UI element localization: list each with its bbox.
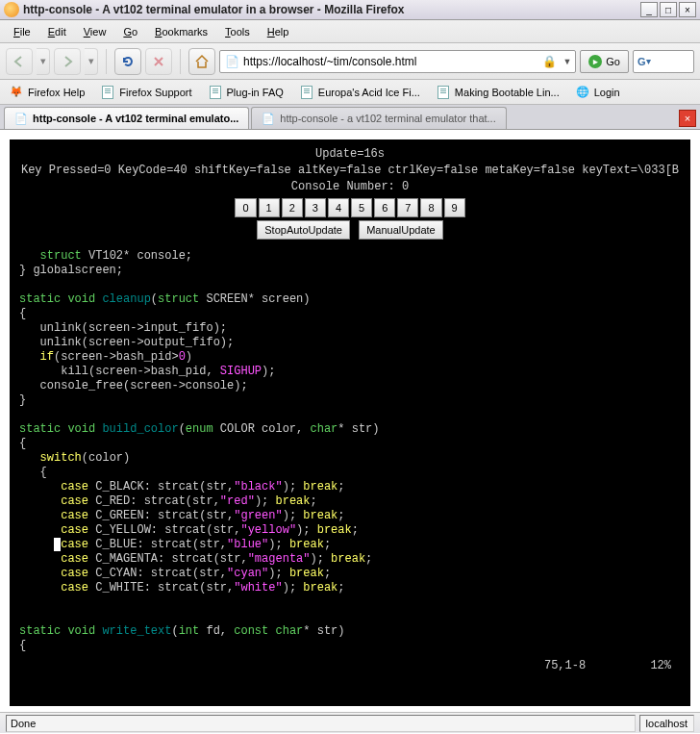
menu-go[interactable]: Go [115,23,145,40]
vim-status-line: 75,1-8 12% [19,653,681,673]
page-favicon: 📄 [224,54,239,69]
back-history-dropdown[interactable]: ▾ [37,48,50,75]
bookmark-firefox-help[interactable]: 🦊Firefox Help [6,83,88,102]
menu-help[interactable]: Help [260,23,297,40]
console-btn-7[interactable]: 7 [397,198,418,217]
status-message: Done [6,715,636,732]
tab-2[interactable]: 📄 http-console - a vt102 terminal emulat… [251,107,506,129]
firefox-icon: 🦊 [9,85,24,100]
bookmark-europa[interactable]: Europa's Acid Ice Fi... [296,83,423,102]
home-button[interactable] [188,48,215,75]
update-line: Update=16s [19,147,681,162]
go-label: Go [606,56,620,67]
cursor-position: 75,1-8 [544,659,586,673]
search-box[interactable]: G▾ [633,50,694,73]
tab-1[interactable]: 📄 http-console - A vt102 terminal emulat… [4,107,249,129]
document-icon [100,85,115,100]
console-btn-5[interactable]: 5 [351,198,372,217]
keypress-line: Key Pressed=0 KeyCode=40 shiftKey=false … [19,164,681,178]
document-icon [299,85,314,100]
terminal-console[interactable]: Update=16s Key Pressed=0 KeyCode=40 shif… [10,139,690,706]
bookmark-login[interactable]: 🌐Login [572,83,623,102]
window-titlebar: http-console - A vt102 terminal emulator… [0,0,700,20]
console-number-line: Console Number: 0 [19,180,681,194]
bookmark-bootable-linux[interactable]: Making Bootable Lin... [433,83,562,102]
search-engine-icon: G [638,56,646,67]
navigation-toolbar: ▾ ▾ 📄 🔒 ▼ ▸ Go G▾ [0,43,700,80]
reload-button[interactable] [114,48,141,75]
console-digit-row: 0123456789 [19,198,681,217]
menu-file[interactable]: File [6,23,38,40]
console-btn-0[interactable]: 0 [235,198,256,217]
status-host: localhost [639,715,694,732]
console-btn-2[interactable]: 2 [282,198,303,217]
url-input[interactable] [243,55,538,68]
tab-label: http-console - a vt102 terminal emulator… [280,113,495,124]
menu-bar: File Edit View Go Bookmarks Tools Help [0,20,700,43]
menu-bookmarks[interactable]: Bookmarks [147,23,215,40]
terminal-code-view: struct VT102* console; } globalscreen; s… [19,249,681,653]
forward-button[interactable] [54,48,81,75]
minimize-button[interactable]: _ [640,2,658,17]
url-dropdown-icon[interactable]: ▼ [562,57,571,66]
console-btn-8[interactable]: 8 [420,198,441,217]
bookmark-plugin-faq[interactable]: Plug-in FAQ [205,83,287,102]
console-btn-9[interactable]: 9 [444,198,465,217]
console-control-row: StopAutoUpdate ManualUpdate [19,220,681,240]
separator [180,49,181,74]
tab-favicon: 📄 [14,112,28,125]
tab-label: http-console - A vt102 terminal emulato.… [33,113,238,124]
menu-edit[interactable]: Edit [40,23,74,40]
console-btn-1[interactable]: 1 [259,198,280,217]
bookmark-firefox-support[interactable]: Firefox Support [97,83,194,102]
document-icon [208,85,223,100]
forward-history-dropdown[interactable]: ▾ [85,48,98,75]
page-content: Update=16s Key Pressed=0 KeyCode=40 shif… [0,130,700,712]
console-btn-4[interactable]: 4 [328,198,349,217]
back-button[interactable] [6,48,33,75]
menu-tools[interactable]: Tools [217,23,258,40]
globe-icon: 🌐 [575,85,590,100]
go-button[interactable]: ▸ Go [580,50,629,73]
lock-icon: 🔒 [542,55,557,68]
firefox-icon [4,2,19,17]
document-icon [436,85,451,100]
bookmarks-toolbar: 🦊Firefox Help Firefox Support Plug-in FA… [0,80,700,105]
stop-auto-update-button[interactable]: StopAutoUpdate [257,220,350,240]
status-bar: Done localhost [0,712,700,733]
scroll-percent: 12% [650,659,671,673]
console-btn-6[interactable]: 6 [374,198,395,217]
close-tab-button[interactable]: × [679,110,696,127]
close-button[interactable]: × [679,2,696,17]
stop-button[interactable] [145,48,172,75]
window-title: http-console - A vt102 terminal emulator… [23,3,638,16]
menu-view[interactable]: View [76,23,114,40]
url-bar[interactable]: 📄 🔒 ▼ [219,50,576,73]
separator [106,49,107,74]
manual-update-button[interactable]: ManualUpdate [359,220,443,240]
tab-favicon: 📄 [262,112,275,125]
console-btn-3[interactable]: 3 [305,198,326,217]
maximize-button[interactable]: □ [660,2,677,17]
go-icon: ▸ [588,55,602,68]
tab-strip: 📄 http-console - A vt102 terminal emulat… [0,105,700,130]
